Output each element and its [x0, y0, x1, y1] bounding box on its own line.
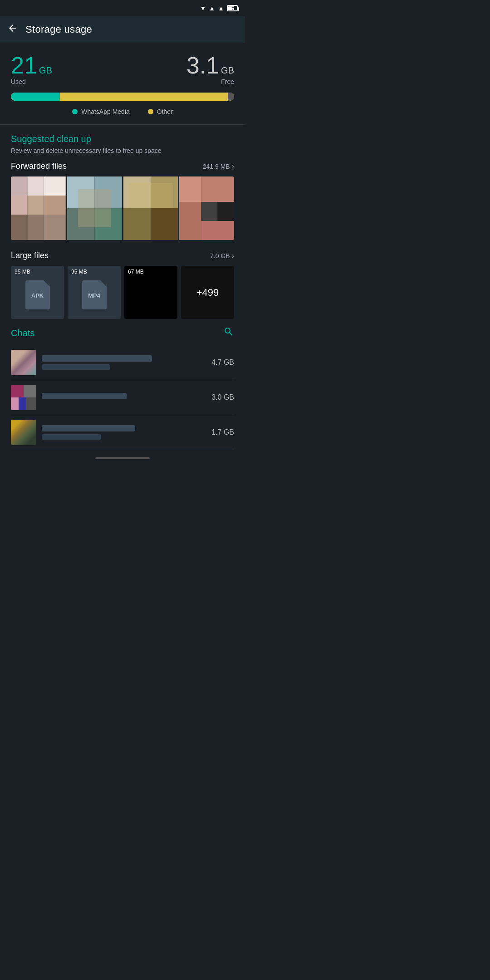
free-label: Free: [221, 78, 234, 85]
file-item-mp4[interactable]: 95 MB MP4: [68, 266, 121, 319]
preview-image-4: [179, 176, 234, 240]
file-item-black[interactable]: 67 MB: [124, 266, 177, 319]
svg-rect-8: [44, 215, 65, 240]
legend-dot-whatsapp: [72, 109, 78, 114]
large-files-header[interactable]: Large files 7.0 GB ›: [11, 251, 234, 260]
apk-file-icon: APK: [25, 280, 50, 309]
file-item-more[interactable]: +499: [181, 266, 234, 319]
used-label: Used: [11, 78, 52, 85]
chat-item-2[interactable]: 3.0 GB: [11, 380, 234, 415]
chat-size-2: 3.0 GB: [211, 393, 234, 402]
signal-icon: ▲: [209, 5, 215, 12]
svg-rect-20: [201, 176, 234, 202]
chat-sub-blur-1: [42, 364, 110, 370]
battery-icon: 74: [227, 5, 238, 11]
storage-free: 3.1 GB Free: [186, 54, 234, 85]
large-files-size: 7.0 GB: [210, 252, 230, 260]
legend-whatsapp-label: WhatsApp Media: [81, 108, 130, 115]
svg-rect-4: [27, 196, 44, 215]
used-unit: GB: [39, 65, 52, 76]
forwarded-files-size: 241.9 MB: [203, 163, 230, 170]
chat-name-blur-2: [42, 393, 127, 399]
chat-avatar-1: [11, 350, 36, 375]
back-button[interactable]: [7, 23, 18, 36]
svg-rect-24: [201, 221, 234, 240]
legend-dot-other: [148, 109, 153, 114]
large-files-title: Large files: [11, 251, 49, 260]
apk-label: APK: [31, 292, 44, 299]
file-black-size: 67 MB: [128, 269, 144, 275]
forwarded-files-header[interactable]: Forwarded files 241.9 MB ›: [11, 162, 234, 171]
preview-image-2: [67, 176, 122, 240]
chat-item-3[interactable]: 1.7 GB: [11, 415, 234, 450]
svg-rect-13: [78, 189, 111, 227]
status-bar: ▼ ▲ ▲ 74: [0, 0, 245, 16]
app-header: Storage usage: [0, 16, 245, 43]
chat-sub-blur-3: [42, 434, 101, 440]
svg-rect-5: [44, 196, 65, 215]
storage-section: 21 GB Used 3.1 GB Free WhatsApp Media Ot…: [0, 43, 245, 124]
svg-rect-18: [129, 183, 173, 208]
svg-rect-6: [11, 215, 27, 240]
chat-info-3: [42, 425, 211, 440]
chevron-right-icon: ›: [232, 162, 234, 171]
file-mp4-size: 95 MB: [71, 269, 87, 275]
forwarded-files-size-container: 241.9 MB ›: [203, 162, 234, 171]
search-chats-button[interactable]: [223, 326, 234, 340]
large-files-grid: 95 MB APK 95 MB MP4 67 MB +499: [11, 266, 234, 319]
home-indicator: [95, 457, 150, 459]
legend-whatsapp: WhatsApp Media: [72, 108, 130, 115]
mp4-label: MP4: [88, 292, 100, 299]
chat-info-1: [42, 355, 211, 370]
chat-name-blur-3: [42, 425, 135, 431]
chat-size-3: 1.7 GB: [211, 428, 234, 436]
svg-rect-0: [11, 176, 27, 196]
legend-other: Other: [148, 108, 173, 115]
svg-rect-21: [179, 202, 201, 240]
svg-rect-23: [218, 202, 234, 221]
preview-image-1: [11, 176, 66, 240]
forwarded-files-title: Forwarded files: [11, 162, 67, 171]
storage-numbers: 21 GB Used 3.1 GB Free: [11, 54, 234, 85]
signal-icon-2: ▲: [218, 5, 224, 12]
svg-rect-7: [27, 215, 44, 240]
legend-other-label: Other: [157, 108, 173, 115]
status-icons: ▼ ▲ ▲ 74: [200, 5, 238, 12]
svg-rect-19: [179, 176, 201, 202]
chats-section: Chats 4.7 GB 3.0 GB: [0, 319, 245, 450]
svg-rect-16: [123, 208, 151, 240]
svg-rect-1: [27, 176, 44, 196]
chat-avatar-2: [11, 385, 36, 410]
storage-legend: WhatsApp Media Other: [11, 108, 234, 115]
file-apk-size: 95 MB: [15, 269, 30, 275]
preview-image-3: [123, 176, 178, 240]
svg-rect-22: [201, 202, 218, 221]
chat-avatar-3: [11, 420, 36, 445]
used-value: 21: [11, 54, 37, 77]
file-more-count: +499: [196, 287, 219, 299]
free-value: 3.1: [186, 54, 219, 77]
wifi-icon: ▼: [200, 5, 206, 12]
battery-level: 74: [232, 6, 236, 10]
progress-whatsapp: [11, 93, 60, 101]
chat-size-1: 4.7 GB: [211, 358, 234, 367]
mp4-file-icon: MP4: [82, 280, 107, 309]
svg-rect-2: [44, 176, 65, 196]
large-files-size-container: 7.0 GB ›: [210, 252, 234, 260]
chat-name-blur-1: [42, 355, 152, 362]
storage-used: 21 GB Used: [11, 54, 52, 85]
chats-header: Chats: [11, 326, 234, 340]
file-item-apk[interactable]: 95 MB APK: [11, 266, 64, 319]
cleanup-subtitle: Review and delete unnecessary files to f…: [11, 147, 234, 154]
progress-end: [228, 93, 234, 101]
bottom-nav-indicator: [0, 450, 245, 466]
page-title: Storage usage: [25, 24, 92, 35]
chat-item-1[interactable]: 4.7 GB: [11, 345, 234, 380]
cleanup-section: Suggested clean up Review and delete unn…: [0, 125, 245, 319]
chevron-right-icon-2: ›: [232, 252, 234, 260]
forwarded-files-preview[interactable]: [11, 176, 234, 240]
svg-rect-17: [151, 208, 178, 240]
storage-progress-bar: [11, 93, 234, 101]
cleanup-title: Suggested clean up: [11, 134, 234, 144]
chats-title: Chats: [11, 328, 34, 338]
